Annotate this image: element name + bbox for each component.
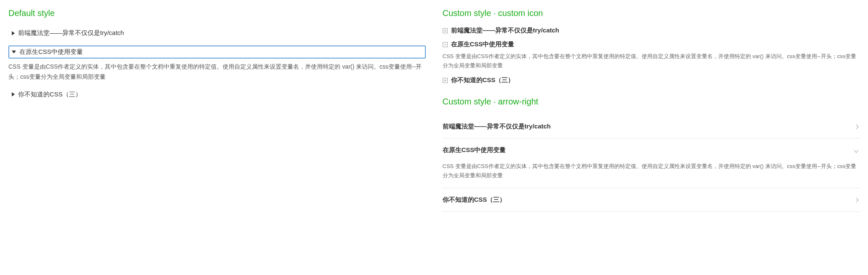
collapse-summary[interactable]: 在原生CSS中使用变量 [8, 45, 426, 59]
collapse-item: 你不知道的CSS（三） [8, 88, 426, 101]
collapse-item: 你不知道的CSS（三） [443, 76, 860, 84]
collapse-summary[interactable]: 在原生CSS中使用变量 [443, 139, 860, 162]
collapse-item: 在原生CSS中使用变量 CSS 变量是由CSS作者定义的实体，其中包含要在整个文… [443, 139, 860, 188]
collapse-item: 前端魔法堂——异常不仅仅是try/catch [8, 27, 426, 40]
collapse-content: CSS 变量是由CSS作者定义的实体，其中包含要在整个文档中重复使用的特定值。使… [443, 52, 860, 70]
custom-styles-column: Custom style · custom icon 前端魔法堂——异常不仅仅是… [443, 8, 860, 212]
collapse-item: 前端魔法堂——异常不仅仅是try/catch [443, 27, 860, 35]
collapse-summary[interactable]: 你不知道的CSS（三） [8, 88, 426, 101]
section-title-default: Default style [8, 8, 426, 18]
collapse-summary[interactable]: 前端魔法堂——异常不仅仅是try/catch [443, 27, 860, 35]
collapse-summary[interactable]: 在原生CSS中使用变量 [443, 40, 860, 48]
collapse-item: 前端魔法堂——异常不仅仅是try/catch [443, 115, 860, 139]
collapse-title: 前端魔法堂——异常不仅仅是try/catch [451, 27, 560, 35]
section-title-arrow-right: Custom style · arrow-right [443, 97, 860, 107]
chevron-right-icon [854, 198, 858, 202]
plus-box-icon [443, 28, 448, 33]
collapse-item: 你不知道的CSS（三） [443, 188, 860, 212]
collapse-summary[interactable]: 前端魔法堂——异常不仅仅是try/catch [8, 27, 426, 40]
collapse-title: 你不知道的CSS（三） [18, 91, 82, 99]
collapse-title: 你不知道的CSS（三） [451, 76, 515, 84]
collapse-title: 在原生CSS中使用变量 [451, 40, 515, 48]
collapse-item: 在原生CSS中使用变量 CSS 变量是由CSS作者定义的实体，其中包含要在整个文… [8, 45, 426, 82]
collapse-title: 前端魔法堂——异常不仅仅是try/catch [443, 123, 551, 131]
collapse-summary[interactable]: 你不知道的CSS（三） [443, 76, 860, 84]
triangle-right-icon [12, 92, 15, 96]
collapse-item: 在原生CSS中使用变量 CSS 变量是由CSS作者定义的实体，其中包含要在整个文… [443, 40, 860, 70]
chevron-down-icon [854, 148, 858, 152]
triangle-right-icon [12, 31, 15, 35]
collapse-title: 在原生CSS中使用变量 [19, 48, 83, 56]
collapse-content: CSS 变量是由CSS作者定义的实体，其中包含要在整个文档中重复使用的特定值。使… [443, 162, 860, 188]
chevron-right-icon [854, 124, 858, 129]
triangle-down-icon [12, 51, 16, 53]
collapse-title: 你不知道的CSS（三） [443, 196, 506, 204]
plus-box-icon [443, 78, 448, 83]
collapse-title: 在原生CSS中使用变量 [443, 146, 506, 154]
section-title-custom-icon: Custom style · custom icon [443, 8, 860, 18]
collapse-summary[interactable]: 你不知道的CSS（三） [443, 188, 860, 211]
collapse-content: CSS 变量是由CSS作者定义的实体，其中包含要在整个文档中重复使用的特定值。使… [8, 62, 426, 82]
collapse-title: 前端魔法堂——异常不仅仅是try/catch [18, 29, 124, 37]
collapse-summary[interactable]: 前端魔法堂——异常不仅仅是try/catch [443, 115, 860, 138]
default-style-section: Default style 前端魔法堂——异常不仅仅是try/catch 在原生… [8, 8, 426, 212]
minus-box-icon [443, 42, 448, 47]
